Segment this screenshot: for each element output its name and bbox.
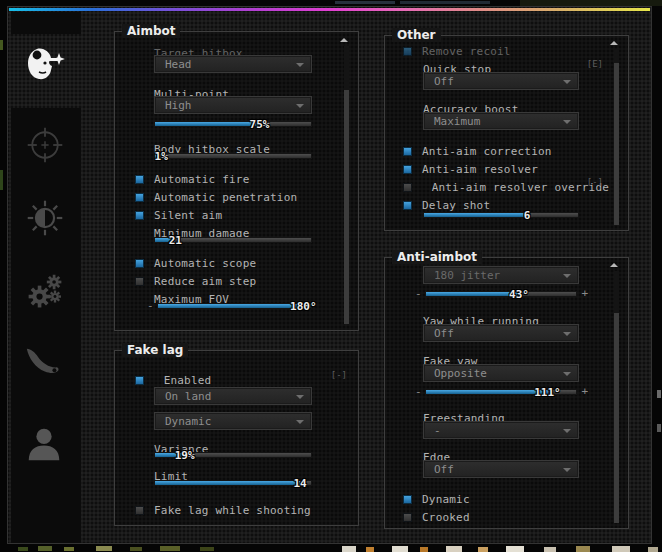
slider-plus[interactable]: +: [581, 287, 588, 300]
fake-lag-mode-dropdown[interactable]: Dynamic: [154, 412, 312, 430]
chevron-down-icon: [563, 274, 571, 278]
accuracy-boost-dropdown[interactable]: Maximum: [423, 112, 579, 130]
dropdown-value: Head: [165, 58, 192, 71]
delay-shot-checkbox[interactable]: [403, 201, 412, 210]
sidebar-tab-players[interactable]: [22, 423, 66, 467]
quick-stop-dropdown[interactable]: Off: [423, 72, 579, 90]
remove-recoil-checkbox[interactable]: [403, 47, 412, 56]
desktop-noise: [576, 546, 590, 552]
slider-minus[interactable]: -: [147, 299, 154, 312]
silent-aim-checkbox[interactable]: [135, 211, 144, 220]
desktop-noise: [420, 547, 428, 552]
checkbox-label: Delay shot: [422, 199, 490, 212]
body-hitbox-scale-slider[interactable]: 1%: [154, 153, 312, 159]
sidebar-tab-misc[interactable]: [23, 270, 67, 314]
limit-slider[interactable]: 14: [154, 480, 312, 486]
dropdown-value: Off: [434, 463, 454, 476]
automatic-scope-checkbox[interactable]: [135, 259, 144, 268]
panel-other: Other Remove recoil Quick stop [E] Off A…: [384, 35, 629, 231]
chevron-down-icon: [296, 395, 304, 399]
dropdown-value: Off: [434, 75, 454, 88]
chevron-down-icon: [563, 429, 571, 433]
hotkey-badge: [-]: [587, 177, 603, 187]
knife-icon: [22, 343, 64, 383]
slider-value: 43°: [509, 288, 529, 301]
panel-title: Aimbot: [122, 24, 180, 38]
automatic-fire-checkbox[interactable]: [135, 175, 144, 184]
yaw-dropdown[interactable]: 180 jitter: [423, 266, 579, 284]
checkbox-label: Silent aim: [154, 209, 222, 222]
checkbox-label: Anti-aim correction: [422, 145, 552, 158]
slider-value: 19%: [175, 449, 195, 462]
checkbox-label: Dynamic: [422, 493, 470, 506]
scrollbar-thumb[interactable]: [614, 63, 619, 225]
scrollbar-track[interactable]: [344, 46, 349, 324]
desktop-noise: [335, 1, 395, 4]
dropdown-value: High: [165, 99, 192, 112]
dynamic-checkbox[interactable]: [403, 495, 412, 504]
checkbox-label: Anti-aim resolver: [422, 163, 538, 176]
slider-plus[interactable]: +: [581, 385, 588, 398]
scroll-up-icon[interactable]: [610, 41, 618, 45]
dropdown-value: Maximum: [434, 115, 480, 128]
desktop-noise: [18, 547, 28, 551]
minimum-damage-slider[interactable]: 21: [154, 237, 312, 243]
chevron-down-icon: [563, 120, 571, 124]
slider-value: 75%: [250, 118, 270, 131]
multipoint-dropdown[interactable]: High: [154, 96, 312, 114]
crooked-checkbox[interactable]: [403, 513, 412, 522]
anti-aim-correction-checkbox[interactable]: [403, 147, 412, 156]
gears-icon: [25, 272, 65, 312]
scroll-up-icon[interactable]: [610, 263, 618, 267]
delay-shot-slider[interactable]: 6: [423, 212, 579, 218]
fake-yaw-dropdown[interactable]: Opposite: [423, 364, 579, 382]
sidebar-tab-skins[interactable]: [21, 341, 65, 385]
scrollbar-thumb[interactable]: [344, 90, 349, 324]
variance-slider[interactable]: 19%: [154, 452, 312, 458]
sidebar-tab-visuals[interactable]: [23, 196, 67, 240]
checkbox-label: Automatic fire: [154, 173, 250, 186]
desktop-noise: [446, 546, 462, 552]
multipoint-scale-slider[interactable]: 75%: [154, 121, 312, 127]
rainbow-accent-strip: [9, 8, 650, 11]
fake-lag-while-shooting-checkbox[interactable]: [135, 506, 144, 515]
checkbox-label: Automatic scope: [154, 257, 256, 270]
yaw-while-running-dropdown[interactable]: Off: [423, 324, 579, 342]
target-hitbox-dropdown[interactable]: Head: [154, 55, 312, 73]
checkbox-label: Anti-aim resolver override: [432, 181, 609, 194]
scrollbar-track[interactable]: [614, 49, 619, 225]
panel-fake-lag: Fake lag Enabled [-] On land Dynamic Var…: [114, 350, 359, 526]
sidebar-tab-headshot[interactable]: [23, 43, 67, 87]
anti-aim-resolver-override-checkbox[interactable]: [403, 183, 412, 192]
desktop-noise: [38, 546, 52, 551]
desktop-noise: [64, 547, 74, 551]
reduce-aim-step-checkbox[interactable]: [135, 277, 144, 286]
scrollbar-track[interactable]: [614, 271, 619, 523]
fake-yaw-angle-slider[interactable]: - 111° +: [425, 389, 577, 395]
checkbox-label: Crooked: [422, 511, 470, 524]
scrollbar-thumb[interactable]: [614, 313, 619, 523]
slider-value: 6: [524, 209, 531, 222]
edge-dropdown[interactable]: Off: [423, 460, 579, 478]
sidebar-tab-crosshair[interactable]: [23, 123, 67, 167]
desktop-noise: [200, 547, 214, 551]
panel-title: Anti-aimbot: [392, 250, 482, 264]
dropdown-value: 180 jitter: [434, 269, 500, 282]
maximum-fov-slider[interactable]: - 180°: [157, 303, 312, 309]
anti-aim-resolver-checkbox[interactable]: [403, 165, 412, 174]
chevron-down-icon: [296, 63, 304, 67]
slider-minus[interactable]: -: [415, 385, 422, 398]
fake-lag-trigger-dropdown[interactable]: On land: [154, 387, 312, 405]
slider-minus[interactable]: -: [415, 287, 422, 300]
slider-value: 21: [169, 234, 182, 247]
scroll-up-icon[interactable]: [340, 38, 348, 42]
yaw-angle-slider[interactable]: - 43° +: [425, 291, 577, 297]
automatic-penetration-checkbox[interactable]: [135, 193, 144, 202]
fake-lag-enabled-checkbox[interactable]: [135, 376, 144, 385]
sidebar-logo-box: [11, 12, 81, 34]
freestanding-dropdown[interactable]: -: [423, 421, 579, 439]
headshot-icon: [25, 46, 65, 84]
checkbox-label: Fake lag while shooting: [154, 504, 311, 517]
checkbox-label: Reduce aim step: [154, 275, 256, 288]
sidebar: [11, 108, 81, 543]
